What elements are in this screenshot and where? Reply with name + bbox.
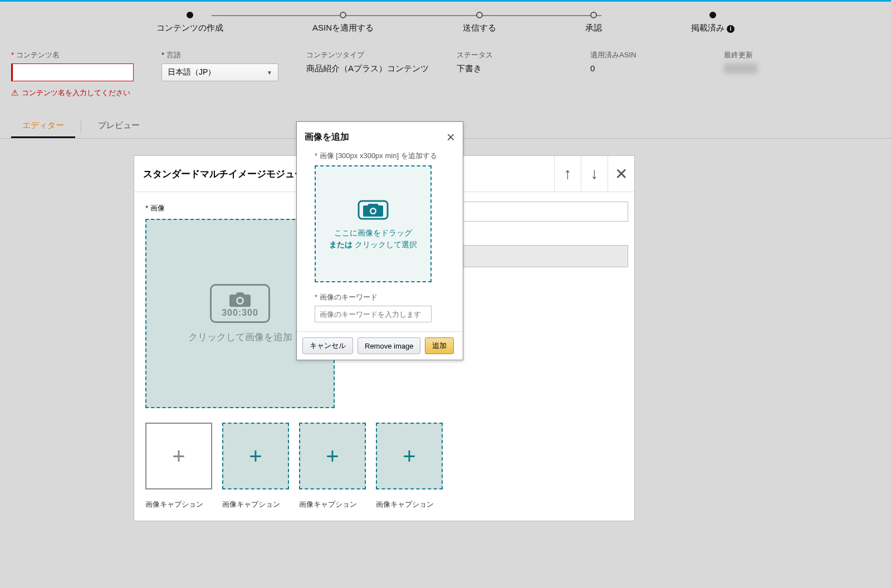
thumbnail-slot[interactable]: +	[376, 423, 443, 489]
image-ratio: 300:300	[222, 308, 258, 318]
thumbnail-slot[interactable]: +	[299, 423, 366, 489]
step-circle	[476, 12, 483, 18]
caption-label: 画像キャプション	[376, 499, 443, 509]
remove-module-button[interactable]: ✕	[608, 156, 634, 192]
step-label: 送信する	[463, 23, 496, 33]
camera-icon: 300:300	[210, 284, 270, 323]
thumbnail-slot[interactable]: +	[145, 423, 212, 489]
step-label: コンテンツの作成	[156, 23, 223, 33]
dropzone-text: ここに画像をドラッグ または クリックして選択	[329, 227, 417, 251]
image-size-label: * 画像 [300px x300px min] を追加する	[315, 151, 445, 161]
svg-point-4	[371, 209, 375, 213]
step-circle	[340, 12, 346, 18]
content-name-error: ⚠コンテンツ名を入力してください	[11, 88, 139, 98]
step-circle	[590, 12, 597, 18]
tab-preview[interactable]: プレビュー	[87, 115, 151, 138]
move-up-button[interactable]: ↑	[554, 156, 581, 192]
module-title: スタンダードマルチイメージモジュール	[134, 158, 322, 190]
status-value: 下書き	[457, 63, 568, 74]
status-label: ステータス	[457, 50, 568, 60]
move-down-button[interactable]: ↓	[581, 156, 608, 192]
caption-label: 画像キャプション	[299, 499, 366, 509]
caption-label: 画像キャプション	[145, 499, 212, 509]
plus-icon: +	[326, 444, 339, 469]
asin-value: 0	[590, 63, 702, 73]
content-name-input[interactable]	[11, 63, 134, 81]
plus-icon: +	[172, 444, 185, 469]
dropzone-text: クリックして画像を追加	[188, 331, 292, 344]
info-icon[interactable]: i	[727, 25, 735, 33]
add-button[interactable]: 追加	[425, 337, 454, 354]
warning-icon: ⚠	[11, 88, 18, 98]
language-select[interactable]: 日本語（JP）▼	[161, 63, 278, 81]
chevron-down-icon: ▼	[267, 70, 272, 76]
keyword-label: * 画像のキーワード	[315, 292, 445, 302]
svg-point-1	[238, 298, 242, 303]
caption-label: 画像キャプション	[222, 499, 289, 509]
step-circle	[187, 12, 193, 18]
plus-icon: +	[403, 444, 415, 469]
step-label: 承認	[585, 23, 602, 33]
step-circle	[709, 12, 716, 18]
step-label: ASINを適用する	[312, 23, 374, 33]
content-name-label: コンテンツ名	[11, 50, 139, 60]
content-type-label: コンテンツタイプ	[306, 50, 434, 60]
updated-label: 最終更新	[724, 50, 757, 60]
language-label: 言語	[161, 50, 284, 60]
camera-icon	[358, 198, 389, 222]
progress-steps: コンテンツの作成 ASINを適用する 送信する 承認 掲載済みi	[0, 2, 891, 39]
asin-label: 適用済みASIN	[590, 50, 702, 60]
close-icon[interactable]: ×	[447, 130, 455, 144]
modal-dropzone[interactable]: ここに画像をドラッグ または クリックして選択	[315, 165, 432, 282]
add-image-modal: 画像を追加 × * 画像 [300px x300px min] を追加する ここ…	[296, 121, 463, 360]
tab-editor[interactable]: エディター	[11, 115, 75, 138]
keyword-input[interactable]	[315, 306, 432, 322]
content-type-value: 商品紹介（Aプラス）コンテンツ	[306, 63, 434, 74]
remove-image-button[interactable]: Remove image	[358, 337, 420, 354]
modal-title: 画像を追加	[305, 131, 349, 143]
plus-icon: +	[249, 444, 262, 469]
step-label: 掲載済みi	[691, 23, 735, 33]
thumbnail-slot[interactable]: +	[222, 423, 289, 489]
cancel-button[interactable]: キャンセル	[302, 337, 353, 354]
updated-value-redacted	[724, 63, 757, 74]
